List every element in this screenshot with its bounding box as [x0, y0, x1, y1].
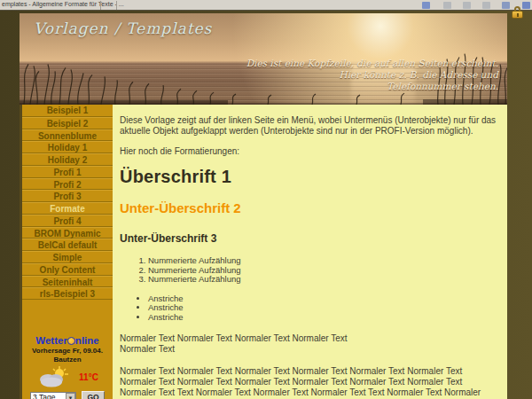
tab-separator [100, 1, 101, 10]
sidebar-menu-item[interactable]: rls-Beispiel 3 [22, 287, 113, 300]
window-icon[interactable] [482, 2, 490, 9]
bullet-list-item: Anstriche [148, 294, 498, 304]
numbered-list: Nummerierte AufzählungNummerierte Aufzäh… [148, 256, 498, 285]
sidebar-menu-item[interactable]: Only Content [22, 263, 113, 276]
menu-item-label: rls-Beispiel 3 [40, 289, 95, 299]
bullet-list: AnstricheAnstricheAnstriche [148, 294, 498, 323]
browser-tab-bar: emplates - Allgemeine Formate für Texte … [0, 0, 532, 11]
header-tagline: Dies ist eine Kopfzeile, die auf allen S… [246, 58, 498, 92]
menu-item-label: BelCal default [38, 240, 98, 250]
heading-3: Unter-Überschrift 3 [120, 232, 498, 245]
sidebar-menu-item[interactable]: Beispiel 1 [22, 105, 113, 117]
weather-forecast-label: Vorhersage Fr, 09.04. [22, 347, 113, 356]
partly-cloudy-icon [36, 366, 68, 387]
sidebar-menu-item[interactable]: Beispiel 2 [22, 117, 113, 129]
tab-separator [116, 1, 117, 10]
sidebar-menu-item[interactable]: Simple [22, 251, 113, 263]
sidebar-menu-item[interactable]: Profi 4 [22, 215, 113, 227]
forecast-range-select[interactable]: 3 Tage ▼ [30, 392, 76, 399]
menu-item-label: Beispiel 1 [47, 106, 89, 115]
window-icon[interactable] [443, 2, 451, 9]
menu-item-label: Profi 2 [53, 180, 81, 190]
mail-icon[interactable] [502, 2, 510, 9]
numbered-list-item: Nummerierte Aufzählung [148, 256, 498, 266]
sidebar-menu-item[interactable]: Profi 2 [22, 178, 113, 191]
sidebar-menu-item[interactable]: Seiteninhalt [22, 276, 113, 288]
main-content: Diese Vorlage zeigt auf der linken Seite… [113, 105, 507, 399]
tagline-line: Hier könnte z. B. die Adresse und [246, 69, 498, 81]
favorites-icon[interactable] [422, 2, 430, 9]
sidebar-menu: Beispiel 1 Beispiel 2 Sonnenblume Holida… [22, 105, 113, 300]
menu-item-label: BROM Dynamic [34, 229, 100, 239]
sidebar-menu-item[interactable]: Sonnenblume [22, 129, 113, 142]
wetteronline-logo[interactable]: Wetternline [22, 335, 113, 347]
menu-item-label: Sonnenblume [38, 131, 97, 141]
menu-item-label: Holiday 2 [48, 155, 87, 165]
sidebar-menu-item[interactable]: BROM Dynamic [22, 227, 113, 239]
brand-text: Wetter [35, 335, 67, 346]
browser-tab-title[interactable]: emplates - Allgemeine Formate für Texte … [2, 1, 124, 7]
formats-intro: Hier noch die Formatierungen: [120, 146, 498, 157]
intro-paragraph: Diese Vorlage zeigt auf der linken Seite… [120, 115, 498, 137]
tagline-line: Telefonnummer stehen. [246, 81, 498, 92]
numbered-list-item: Nummerierte Aufzählung [148, 275, 498, 285]
padlock-body [512, 11, 523, 19]
sidebar-menu-item[interactable]: Formate [22, 202, 113, 215]
normal-text-long: Normaler Text Normaler Text Normaler Tex… [120, 366, 498, 399]
weather-location: Bautzen [22, 356, 113, 364]
normal-text-short: Normaler Text Normaler Text Normaler Tex… [120, 333, 498, 355]
sidebar-menu-item[interactable]: Profi 1 [22, 166, 113, 178]
go-button[interactable]: GO [82, 391, 105, 399]
globe-icon [67, 337, 75, 345]
screen: emplates - Allgemeine Formate für Texte … [0, 0, 532, 399]
sidebar-menu-item[interactable]: Profi 3 [22, 190, 113, 202]
menu-item-label: Formate [50, 204, 84, 214]
temperature: 11°C [79, 372, 98, 382]
menu-item-label: Simple [53, 253, 82, 262]
padlock-icon [512, 6, 523, 19]
sidebar-menu-item[interactable]: Holiday 1 [22, 141, 113, 153]
help-icon[interactable] [522, 2, 530, 9]
dropdown-arrow-icon: ▼ [66, 393, 75, 399]
weather-widget: Wetternline Vorhersage Fr, 09.04. Bautze… [22, 335, 113, 399]
menu-item-label: Only Content [40, 265, 96, 275]
site-title: Vorlagen / Templates [34, 20, 212, 37]
menu-item-label: Seiteninhalt [43, 278, 93, 287]
select-value: 3 Tage [31, 393, 66, 399]
heading-1: Überschrift 1 [120, 167, 498, 187]
weather-condition-row: 11°C [22, 366, 113, 387]
tagline-line: Dies ist eine Kopfzeile, die auf allen S… [246, 58, 498, 69]
menu-item-label: Profi 4 [53, 216, 81, 226]
sidebar-menu-item[interactable]: Holiday 2 [22, 153, 113, 166]
menu-item-label: Holiday 1 [48, 143, 87, 153]
brand-text: nline [75, 335, 99, 346]
menu-item-label: Beispiel 2 [47, 119, 89, 129]
header-banner: Vorlagen / Templates Dies ist eine Kopfz… [20, 13, 507, 105]
bullet-list-item: Anstriche [148, 303, 498, 313]
menu-item-label: Profi 3 [53, 192, 81, 201]
sidebar: Beispiel 1 Beispiel 2 Sonnenblume Holida… [20, 105, 113, 399]
heading-2: Unter-Überschrift 2 [120, 200, 498, 215]
bullet-list-item: Anstriche [148, 313, 498, 323]
weather-controls: 3 Tage ▼ GO [22, 391, 113, 399]
window-icon[interactable] [463, 2, 471, 9]
sidebar-menu-item[interactable]: BelCal default [22, 239, 113, 251]
menu-item-label: Profi 1 [53, 168, 81, 177]
